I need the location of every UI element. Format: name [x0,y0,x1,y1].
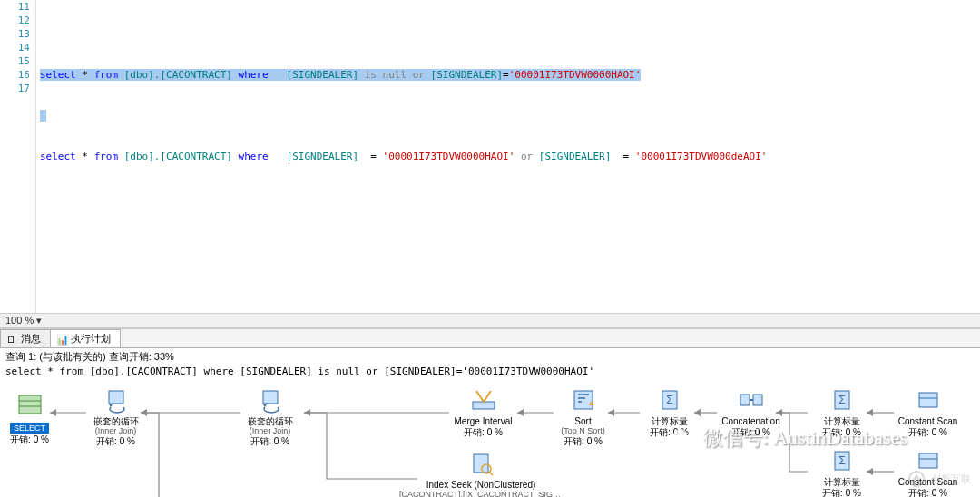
svg-point-30 [682,435,693,446]
query1-sql: select * from [dbo].[CACONTRACT] where [… [0,365,980,381]
zoom-indicator[interactable]: 100 % ▾ [0,313,980,328]
loop-icon [256,385,285,414]
code-area[interactable]: 11 12 13 14 15 16 17 select * from [dbo]… [0,0,980,313]
sql-editor-pane: 11 12 13 14 15 16 17 select * from [dbo]… [0,0,980,329]
compute-icon [655,385,684,414]
plan-node-index-seek[interactable]: Index Seek (NonClustered)[CACONTRACT].[I… [399,449,563,497]
plan-node-nested-loops-1[interactable]: 嵌套的循环(Inner Join)开销: 0 % [73,385,159,448]
tab-messages[interactable]: 🗒消息 [0,329,51,347]
plan-node-compute-scalar-3[interactable]: 计算标量开销: 0 % [799,446,885,497]
svg-point-31 [909,472,924,486]
sort-icon [569,385,598,414]
plan-node-nested-loops-2[interactable]: 嵌套的循环(Inner Join)开销: 0 % [227,385,313,448]
execution-plan-pane[interactable]: 查询 1: (与该批有关的) 查询开销: 33% select * from [… [0,348,980,497]
watermark: 创新互联 [907,470,971,488]
wechat-overlay: 微信号: AustinDatabases [671,424,907,452]
line-gutter: 11 12 13 14 15 16 17 [0,0,36,313]
watermark-icon [907,470,926,488]
query1-header: 查询 1: (与该批有关的) 查询开销: 33% [0,348,980,365]
const-scan-icon [914,385,943,414]
messages-icon: 🗒 [6,334,17,345]
compute-icon [828,385,857,414]
code-text[interactable]: select * from [dbo].[CACONTRACT] where [… [36,0,980,313]
plan-node-select[interactable]: SELECT 开销: 0 % [5,390,54,446]
wechat-icon [671,425,696,451]
results-tabs: 🗒消息 📊执行计划 [0,329,980,348]
loop-icon [102,385,131,414]
merge-icon [469,385,498,414]
plan-node-sort[interactable]: Sort(Top N Sort)开销: 0 % [540,385,626,448]
index-seek-icon [466,449,495,478]
table-icon [15,390,44,419]
concat-icon [737,385,766,414]
plan-icon: 📊 [56,334,67,345]
tab-execution-plan[interactable]: 📊执行计划 [50,329,121,347]
plan-node-merge-interval[interactable]: Merge Interval开销: 0 % [440,385,526,439]
